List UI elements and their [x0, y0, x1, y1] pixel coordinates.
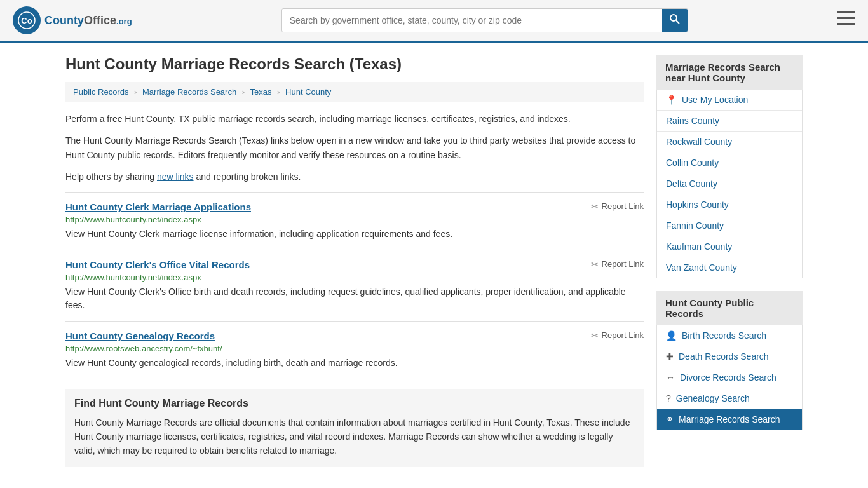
nearby-section: Marriage Records Search near Hunt County…	[656, 55, 803, 278]
menu-icon[interactable]	[837, 11, 855, 29]
search-button[interactable]	[662, 9, 688, 32]
nearby-heading: Marriage Records Search near Hunt County	[656, 55, 803, 90]
record-title-3[interactable]: Hunt County Genealogy Records	[65, 330, 215, 341]
site-header: Co CountyOffice.org	[0, 0, 868, 43]
report-link-1[interactable]: ✂ Report Link	[591, 201, 644, 212]
record-desc-3: View Hunt County genealogical records, i…	[65, 356, 644, 370]
nearby-item-vanzandt[interactable]: Van Zandt County	[657, 257, 802, 278]
intro-paragraph-1: Perform a free Hunt County, TX public ma…	[65, 112, 644, 126]
death-icon: ✚	[666, 351, 674, 362]
marriage-icon: ⚭	[666, 414, 674, 424]
find-section-desc: Hunt County Marriage Records are officia…	[74, 416, 635, 458]
report-icon-1: ✂	[591, 201, 599, 212]
logo-icon: Co	[13, 6, 41, 34]
record-url-1: http://www.huntcounty.net/index.aspx	[65, 215, 644, 224]
nearby-item-collin[interactable]: Collin County	[657, 152, 802, 173]
public-records-list: 👤 Birth Records Search ✚ Death Records S…	[656, 325, 803, 430]
genealogy-icon: ?	[666, 393, 671, 403]
record-desc-1: View Hunt County Clerk marriage license …	[65, 227, 644, 241]
search-input[interactable]	[282, 9, 662, 32]
intro-paragraph-2: The Hunt County Marriage Records Search …	[65, 133, 644, 162]
nearby-item-hopkins[interactable]: Hopkins County	[657, 194, 802, 215]
logo-area: Co CountyOffice.org	[13, 6, 132, 34]
svg-rect-5	[837, 17, 855, 19]
record-entry-3: Hunt County Genealogy Records ✂ Report L…	[65, 321, 644, 379]
pr-link-death[interactable]: ✚ Death Records Search	[657, 346, 802, 367]
nearby-item-delta[interactable]: Delta County	[657, 173, 802, 194]
breadcrumb-hunt-county[interactable]: Hunt County	[285, 87, 331, 97]
search-area	[281, 8, 688, 32]
report-icon-3: ✂	[591, 330, 599, 341]
record-url-3: http://www.rootsweb.ancestry.com/~txhunt…	[65, 344, 644, 353]
public-records-section: Hunt County Public Records 👤 Birth Recor…	[656, 291, 803, 430]
divorce-icon: ↔	[666, 372, 675, 383]
location-icon: 📍	[666, 95, 677, 105]
nearby-link-fannin[interactable]: Fannin County	[657, 215, 802, 236]
pr-item-death[interactable]: ✚ Death Records Search	[657, 346, 802, 367]
record-entry-2: Hunt County Clerk's Office Vital Records…	[65, 250, 644, 321]
record-title-2[interactable]: Hunt County Clerk's Office Vital Records	[65, 259, 250, 270]
nearby-item-rains[interactable]: Rains County	[657, 111, 802, 132]
svg-rect-6	[837, 23, 855, 25]
record-title-1[interactable]: Hunt County Clerk Marriage Applications	[65, 201, 251, 212]
record-url-2: http://www.huntcounty.net/index.aspx	[65, 273, 644, 282]
logo-text: CountyOffice.org	[44, 14, 132, 27]
breadcrumb: Public Records › Marriage Records Search…	[65, 82, 644, 102]
content-area: Hunt County Marriage Records Search (Tex…	[65, 55, 644, 467]
svg-text:Co: Co	[21, 16, 32, 25]
nearby-link-rockwall[interactable]: Rockwall County	[657, 132, 802, 152]
nearby-list: 📍 Use My Location Rains County Rockwall …	[656, 90, 803, 278]
nearby-link-rains[interactable]: Rains County	[657, 111, 802, 131]
pr-item-birth[interactable]: 👤 Birth Records Search	[657, 325, 802, 346]
pr-item-divorce[interactable]: ↔ Divorce Records Search	[657, 367, 802, 388]
nearby-link-kaufman[interactable]: Kaufman County	[657, 236, 802, 257]
nearby-item-fannin[interactable]: Fannin County	[657, 215, 802, 236]
pr-link-birth[interactable]: 👤 Birth Records Search	[657, 325, 802, 346]
svg-line-3	[676, 20, 679, 24]
new-links-link[interactable]: new links	[157, 172, 194, 182]
pr-link-divorce[interactable]: ↔ Divorce Records Search	[657, 367, 802, 388]
pr-link-marriage[interactable]: ⚭ Marriage Records Search	[657, 409, 802, 430]
page-title: Hunt County Marriage Records Search (Tex…	[65, 55, 644, 73]
sidebar: Marriage Records Search near Hunt County…	[656, 55, 803, 467]
breadcrumb-public-records[interactable]: Public Records	[73, 87, 128, 97]
find-section: Find Hunt County Marriage Records Hunt C…	[65, 389, 644, 467]
breadcrumb-texas[interactable]: Texas	[250, 87, 272, 97]
svg-point-2	[670, 15, 677, 21]
nearby-link-hopkins[interactable]: Hopkins County	[657, 194, 802, 215]
public-records-heading: Hunt County Public Records	[656, 291, 803, 325]
nearby-item-location[interactable]: 📍 Use My Location	[657, 90, 802, 111]
report-link-2[interactable]: ✂ Report Link	[591, 259, 644, 269]
nearby-link-location[interactable]: 📍 Use My Location	[657, 90, 802, 110]
svg-rect-4	[837, 11, 855, 13]
breadcrumb-marriage-records[interactable]: Marriage Records Search	[142, 87, 236, 97]
nearby-link-collin[interactable]: Collin County	[657, 152, 802, 173]
nearby-link-vanzandt[interactable]: Van Zandt County	[657, 257, 802, 278]
find-section-title: Find Hunt County Marriage Records	[74, 398, 635, 409]
nearby-item-rockwall[interactable]: Rockwall County	[657, 132, 802, 152]
search-box	[281, 8, 688, 32]
pr-item-marriage[interactable]: ⚭ Marriage Records Search	[657, 409, 802, 430]
main-container: Hunt County Marriage Records Search (Tex…	[53, 43, 815, 480]
nearby-link-delta[interactable]: Delta County	[657, 173, 802, 194]
record-entry-1: Hunt County Clerk Marriage Applications …	[65, 192, 644, 250]
nearby-item-kaufman[interactable]: Kaufman County	[657, 236, 802, 257]
record-desc-2: View Hunt County Clerk's Office birth an…	[65, 285, 644, 312]
report-link-3[interactable]: ✂ Report Link	[591, 330, 644, 341]
report-icon-2: ✂	[591, 259, 599, 269]
pr-link-genealogy[interactable]: ? Genealogy Search	[657, 388, 802, 409]
pr-item-genealogy[interactable]: ? Genealogy Search	[657, 388, 802, 409]
birth-icon: 👤	[666, 330, 677, 341]
intro-paragraph-3: Help others by sharing new links and rep…	[65, 170, 644, 184]
